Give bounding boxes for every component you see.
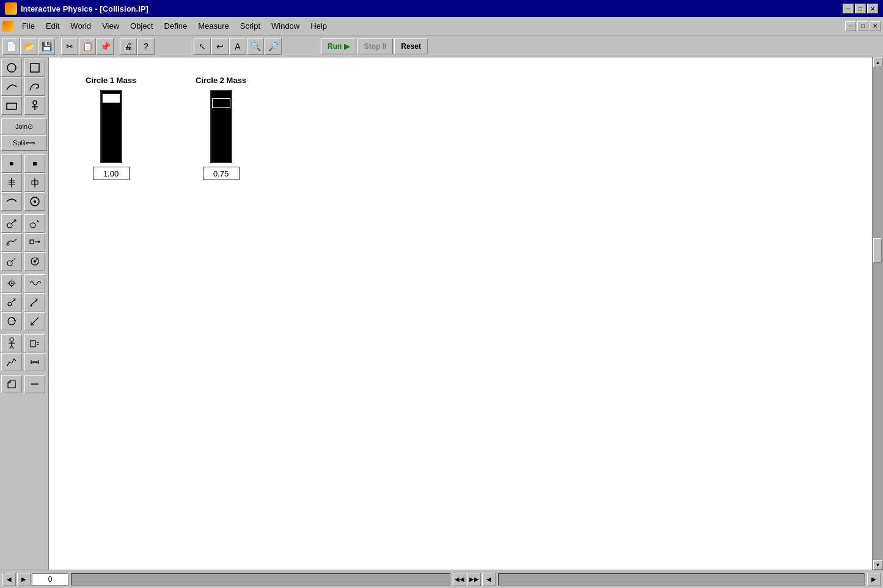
- menu-measure[interactable]: Measure: [193, 20, 234, 32]
- reset-button[interactable]: Reset: [394, 38, 428, 54]
- menu-view[interactable]: View: [97, 20, 124, 32]
- window-title: Interactive Physics - [Collision.IP]: [21, 4, 148, 13]
- svg-point-23: [7, 261, 12, 266]
- pin-joint-tool[interactable]: [1, 154, 22, 173]
- curve-tool[interactable]: [1, 78, 22, 96]
- wave-tool[interactable]: [24, 274, 45, 292]
- menu-close-button[interactable]: ✕: [870, 21, 881, 31]
- maximize-button[interactable]: □: [855, 4, 866, 13]
- anchor-tool[interactable]: [24, 96, 45, 115]
- menu-script[interactable]: Script: [235, 20, 265, 32]
- frame-track[interactable]: [71, 573, 450, 586]
- svg-point-3: [33, 101, 37, 104]
- script-tool[interactable]: [1, 375, 22, 393]
- menu-minimize-button[interactable]: ─: [845, 21, 856, 31]
- scroll-track[interactable]: [873, 67, 883, 560]
- frame-back-button[interactable]: ◀: [2, 573, 16, 586]
- frame-end-button[interactable]: ◀: [482, 573, 496, 586]
- split-button[interactable]: Split⟺: [1, 135, 47, 151]
- graph-tool[interactable]: [1, 353, 22, 371]
- freehand-tool[interactable]: [24, 78, 45, 96]
- menu-object[interactable]: Object: [125, 20, 158, 32]
- damper-tool[interactable]: [24, 173, 45, 192]
- zoom-in-tool[interactable]: 🔍: [247, 38, 264, 55]
- svg-line-40: [12, 346, 13, 349]
- stop-button[interactable]: Stop II: [357, 38, 394, 54]
- line-tool[interactable]: [24, 375, 45, 393]
- menu-define[interactable]: Define: [159, 20, 192, 32]
- menu-file[interactable]: File: [17, 20, 40, 32]
- circle2-mass-value: 0.75: [203, 167, 240, 180]
- circle-tool[interactable]: [1, 59, 22, 77]
- circle2-tool[interactable]: [24, 192, 45, 211]
- scroll-right-button[interactable]: ▶: [867, 573, 881, 586]
- scroll-up-button[interactable]: ▲: [873, 57, 883, 67]
- constraint2-tool[interactable]: [24, 252, 45, 270]
- print-button[interactable]: 🖨: [120, 38, 137, 55]
- constraint-tool[interactable]: [1, 252, 22, 270]
- track-tool[interactable]: [1, 233, 22, 252]
- force2-tool[interactable]: [24, 293, 45, 311]
- cut-button[interactable]: ✂: [61, 38, 78, 55]
- app-icon: [5, 2, 17, 15]
- ruler-tool[interactable]: [24, 353, 45, 371]
- circle1-mass-value: 1.00: [93, 167, 130, 180]
- curve2-tool[interactable]: [1, 192, 22, 211]
- bottom-track2[interactable]: [498, 573, 865, 586]
- undo-button[interactable]: ↩: [211, 38, 229, 55]
- minimize-button[interactable]: ─: [843, 4, 854, 13]
- rect-tool[interactable]: [24, 59, 45, 77]
- menu-window[interactable]: Window: [266, 20, 304, 32]
- text-tool[interactable]: A: [229, 38, 246, 55]
- right-scrollbar: ▲ ▼: [872, 57, 883, 570]
- track2-tool[interactable]: [24, 233, 45, 252]
- menu-edit[interactable]: Edit: [41, 20, 64, 32]
- frame-prev-button[interactable]: ◀◀: [453, 573, 466, 586]
- zoom-out-tool[interactable]: 🔎: [265, 38, 282, 55]
- circle2-mass-slider[interactable]: [210, 90, 232, 163]
- open-button[interactable]: 📂: [20, 38, 37, 55]
- circle1-mass-label: Circle 1 Mass: [86, 76, 136, 85]
- paste-button[interactable]: 📌: [97, 38, 114, 55]
- circle1-mass-thumb[interactable]: [102, 93, 120, 103]
- left-toolbar: Join⊙ Split⟺: [0, 57, 49, 570]
- svg-line-33: [31, 318, 38, 325]
- new-button[interactable]: 📄: [2, 38, 20, 55]
- gear-tool[interactable]: [1, 274, 22, 292]
- measure-vel-tool[interactable]: [1, 214, 22, 233]
- scroll-down-button[interactable]: ▼: [873, 560, 883, 570]
- frame-play-button[interactable]: ▶: [17, 573, 31, 586]
- measure-tool[interactable]: [24, 312, 45, 330]
- measure-accel-tool[interactable]: [24, 214, 45, 233]
- svg-point-6: [10, 162, 13, 165]
- save-button[interactable]: 💾: [38, 38, 55, 55]
- help-button[interactable]: ?: [137, 38, 155, 55]
- square-joint-tool[interactable]: [24, 154, 45, 173]
- circle1-mass-slider[interactable]: [100, 90, 122, 163]
- close-button[interactable]: ✕: [867, 4, 878, 13]
- spring-tool[interactable]: [1, 173, 22, 192]
- svg-rect-2: [7, 103, 16, 109]
- frame-next-button[interactable]: ▶▶: [467, 573, 481, 586]
- scroll-thumb[interactable]: [873, 238, 882, 263]
- join-button[interactable]: Join⊙: [1, 118, 47, 134]
- box-tool[interactable]: [1, 96, 22, 115]
- circle2-mass-thumb[interactable]: [212, 98, 230, 108]
- box2-tool[interactable]: [24, 334, 45, 352]
- frame-input[interactable]: [32, 573, 68, 586]
- person-tool[interactable]: [1, 334, 22, 352]
- copy-button[interactable]: 📋: [79, 38, 96, 55]
- select-tool[interactable]: ↖: [194, 38, 211, 55]
- circle2-mass-control: Circle 2 Mass 0.75: [196, 76, 246, 180]
- canvas-area: Circle 1 Mass 1.00 Circle 2 Mass 0.75: [49, 57, 872, 570]
- circle2-mass-label: Circle 2 Mass: [196, 76, 246, 85]
- menu-world[interactable]: World: [65, 20, 96, 32]
- force-tool[interactable]: [1, 293, 22, 311]
- menu-help[interactable]: Help: [306, 20, 332, 32]
- svg-line-39: [10, 346, 12, 349]
- circle1-mass-control: Circle 1 Mass 1.00: [86, 76, 136, 180]
- svg-line-24: [12, 258, 16, 261]
- run-button[interactable]: Run ▶: [321, 38, 356, 54]
- menu-maximize-button[interactable]: □: [857, 21, 868, 31]
- motor-tool[interactable]: [1, 312, 22, 330]
